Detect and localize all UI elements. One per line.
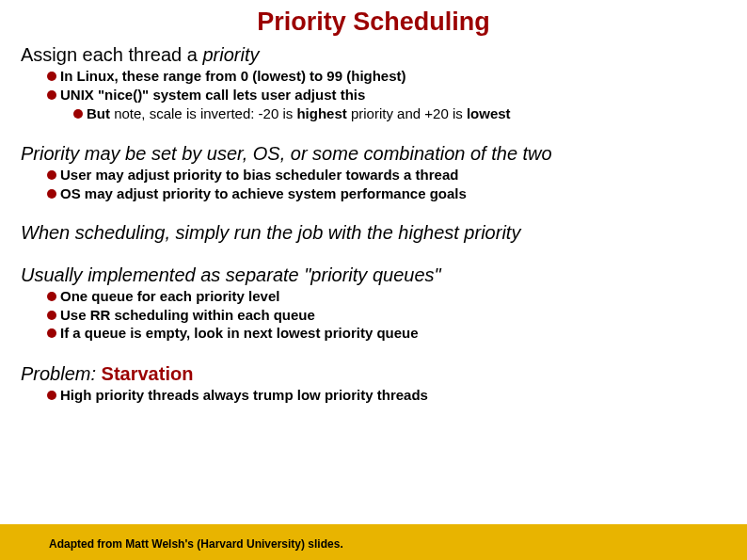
footer-text: Adapted from Matt Welsh's (Harvard Unive… — [49, 537, 343, 551]
section-heading: When scheduling, simply run the job with… — [21, 222, 728, 244]
section-heading: Priority may be set by user, OS, or some… — [21, 143, 728, 165]
section-heading: Problem: Starvation — [21, 363, 728, 385]
bullet-item: High priority threads always trump low p… — [21, 387, 728, 405]
section-heading: Usually implemented as separate "priorit… — [21, 264, 728, 286]
bullet-text: But note, scale is inverted: -20 is high… — [87, 105, 511, 123]
bullet-icon — [47, 311, 56, 320]
slide: Priority Scheduling Assign each thread a… — [0, 0, 747, 560]
bullet-icon — [47, 189, 56, 199]
section-heading: Assign each thread a priority — [21, 44, 728, 66]
bullet-text: UNIX "nice()" system call lets user adju… — [60, 87, 365, 104]
slide-title: Priority Scheduling — [0, 0, 747, 42]
slide-content: Assign each thread a priorityIn Linux, t… — [0, 44, 747, 405]
bullet-icon — [73, 109, 83, 119]
bullet-item: If a queue is empty, look in next lowest… — [21, 325, 728, 343]
bullet-icon — [47, 72, 56, 81]
bullet-text: OS may adjust priority to achieve system… — [60, 185, 467, 203]
bullet-text: High priority threads always trump low p… — [60, 387, 428, 405]
footer-bar: Adapted from Matt Welsh's (Harvard Unive… — [0, 524, 747, 560]
bullet-icon — [47, 170, 56, 180]
bullet-text: If a queue is empty, look in next lowest… — [60, 325, 419, 343]
bullet-icon — [47, 292, 56, 301]
bullet-item: One queue for each priority level — [21, 288, 728, 306]
bullet-text: User may adjust priority to bias schedul… — [60, 167, 458, 184]
bullet-text: One queue for each priority level — [60, 288, 279, 306]
bullet-item: Use RR scheduling within each queue — [21, 307, 728, 325]
bullet-item: OS may adjust priority to achieve system… — [21, 185, 728, 203]
bullet-item: UNIX "nice()" system call lets user adju… — [21, 87, 728, 104]
bullet-icon — [47, 90, 56, 100]
bullet-item: But note, scale is inverted: -20 is high… — [21, 105, 728, 123]
bullet-icon — [47, 328, 56, 338]
bullet-item: In Linux, these range from 0 (lowest) to… — [21, 68, 728, 86]
bullet-icon — [47, 391, 56, 400]
bullet-text: Use RR scheduling within each queue — [60, 307, 315, 325]
bullet-item: User may adjust priority to bias schedul… — [21, 167, 728, 184]
bullet-text: In Linux, these range from 0 (lowest) to… — [60, 68, 406, 86]
